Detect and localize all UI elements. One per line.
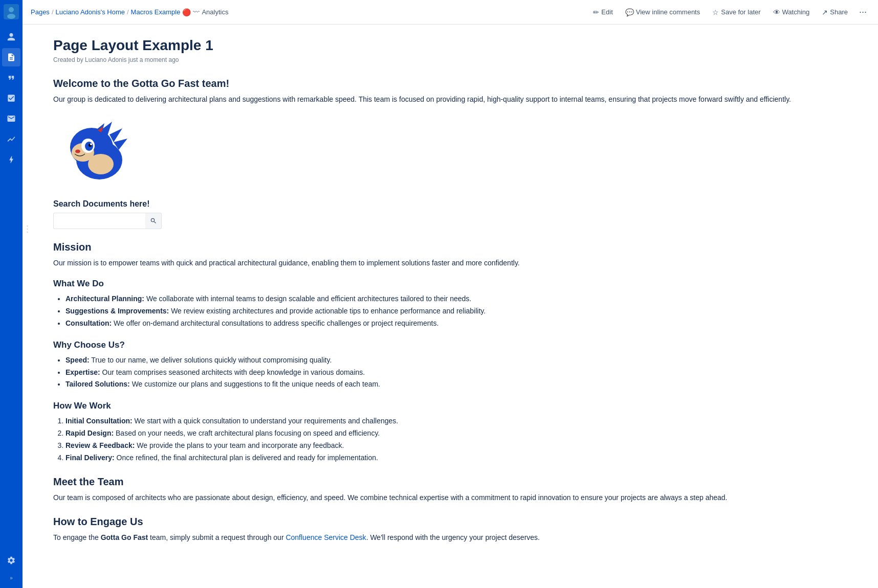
sidebar-bottom: » <box>2 551 20 584</box>
sidebar-icon-integrations[interactable] <box>2 150 20 169</box>
why-choose-heading: Why Choose Us? <box>53 340 858 350</box>
breadcrumb-macros[interactable]: Macros Example <box>131 8 181 16</box>
list-item: Consultation: We offer on-demand archite… <box>65 318 858 330</box>
list-item: Review & Feedback: We provide the plans … <box>65 440 858 452</box>
fire-icon: 🔴 <box>182 8 191 16</box>
side-grip[interactable] <box>27 225 31 233</box>
sidebar-icon-pages[interactable] <box>2 48 20 66</box>
engage-text: To engage the Gotta Go Fast team, simply… <box>53 532 858 543</box>
share-icon: ↗ <box>822 8 828 16</box>
engage-mid: team, simply submit a request through ou… <box>148 533 286 541</box>
page-title: Page Layout Example 1 <box>53 37 858 54</box>
edit-icon: ✏ <box>593 8 599 16</box>
engage-suffix: . We'll respond with the urgency your pr… <box>366 533 540 541</box>
svg-point-1 <box>9 7 14 12</box>
confluence-service-desk-link[interactable]: Confluence Service Desk <box>286 533 366 541</box>
breadcrumb-analytics[interactable]: 〰 Analytics <box>193 8 228 16</box>
sidebar-expand-btn[interactable]: » <box>2 572 20 584</box>
mission-text: Our mission is to empower teams with qui… <box>53 257 858 268</box>
mission-heading: Mission <box>53 241 858 253</box>
item-bold: Final Delivery: <box>65 454 115 462</box>
search-icon <box>150 217 157 224</box>
meet-team-heading: Meet the Team <box>53 476 858 488</box>
main-area: Pages / Luciano Adonis's Home / Macros E… <box>23 0 878 588</box>
what-we-do-heading: What We Do <box>53 279 858 289</box>
more-actions-button[interactable]: ··· <box>856 5 870 19</box>
sidebar-icon-quotes[interactable] <box>2 69 20 87</box>
list-item: Final Delivery: Once refined, the final … <box>65 452 858 464</box>
sidebar-icon-inbox[interactable] <box>2 109 20 128</box>
search-row <box>53 213 858 229</box>
item-bold: Consultation: <box>65 319 112 327</box>
eye-icon: 👁 <box>773 8 780 16</box>
list-item: Rapid Design: Based on your needs, we cr… <box>65 427 858 440</box>
sidebar: » <box>0 0 23 588</box>
what-we-do-list: Architectural Planning: We collaborate w… <box>53 293 858 329</box>
how-we-work-heading: How We Work <box>53 401 858 411</box>
watching-button[interactable]: 👁 Watching <box>769 6 814 18</box>
view-inline-comments-button[interactable]: 💬 View inline comments <box>621 6 704 18</box>
breadcrumb: Pages / Luciano Adonis's Home / Macros E… <box>31 8 589 16</box>
svg-point-13 <box>75 149 80 153</box>
engage-brand: Gotta Go Fast <box>101 533 148 541</box>
how-we-work-list: Initial Consultation: We start with a qu… <box>53 415 858 464</box>
list-item: Suggestions & Improvements: We review ex… <box>65 305 858 318</box>
list-item: Architectural Planning: We collaborate w… <box>65 293 858 305</box>
save-for-later-button[interactable]: ☆ Save for later <box>708 6 764 18</box>
meet-team-text: Our team is composed of architects who a… <box>53 492 858 503</box>
star-icon: ☆ <box>712 8 719 16</box>
list-item: Initial Consultation: We start with a qu… <box>65 415 858 427</box>
item-bold: Rapid Design: <box>65 429 114 437</box>
sidebar-icon-analytics[interactable] <box>2 130 20 148</box>
welcome-text: Our group is dedicated to delivering arc… <box>53 94 858 105</box>
share-button[interactable]: ↗ Share <box>818 6 852 18</box>
item-bold: Suggestions & Improvements: <box>65 307 169 315</box>
sidebar-icon-tasks[interactable] <box>2 89 20 107</box>
item-bold: Initial Consultation: <box>65 417 133 425</box>
svg-point-2 <box>7 14 15 19</box>
item-bold: Expertise: <box>65 368 100 376</box>
page-content: Page Layout Example 1 Created by Luciano… <box>23 25 878 588</box>
search-label: Search Documents here! <box>53 199 858 209</box>
svg-point-12 <box>90 143 92 145</box>
page-meta: Created by Luciano Adonis just a moment … <box>53 56 858 63</box>
sidebar-icon-person[interactable] <box>2 28 20 46</box>
welcome-heading: Welcome to the Gotta Go Fast team! <box>53 78 858 89</box>
top-nav: Pages / Luciano Adonis's Home / Macros E… <box>23 0 878 25</box>
sidebar-icon-settings[interactable] <box>2 551 20 570</box>
list-item: Speed: True to our name, we deliver solu… <box>65 354 858 367</box>
list-item: Tailored Solutions: We customize our pla… <box>65 378 858 391</box>
analytics-wave-icon: 〰 <box>193 8 200 16</box>
list-item: Expertise: Our team comprises seasoned a… <box>65 367 858 379</box>
comment-icon: 💬 <box>625 8 634 16</box>
grip-dot <box>27 225 28 227</box>
breadcrumb-home[interactable]: Luciano Adonis's Home <box>56 8 125 16</box>
why-choose-list: Speed: True to our name, we deliver solu… <box>53 354 858 391</box>
breadcrumb-sep-2: / <box>127 8 129 16</box>
breadcrumb-pages[interactable]: Pages <box>31 8 50 16</box>
search-input[interactable] <box>53 213 145 229</box>
item-bold: Architectural Planning: <box>65 295 144 303</box>
engage-heading: How to Engage Us <box>53 516 858 528</box>
avatar[interactable] <box>4 4 19 19</box>
item-bold: Review & Feedback: <box>65 441 135 449</box>
item-bold: Tailored Solutions: <box>65 380 130 388</box>
svg-point-16 <box>88 154 114 174</box>
engage-prefix: To engage the <box>53 533 101 541</box>
breadcrumb-sep-1: / <box>52 8 54 16</box>
edit-button[interactable]: ✏ Edit <box>589 6 617 18</box>
grip-dot <box>27 232 28 233</box>
search-button[interactable] <box>145 213 162 229</box>
topnav-actions: ✏ Edit 💬 View inline comments ☆ Save for… <box>589 5 870 19</box>
item-bold: Speed: <box>65 356 90 364</box>
grip-dot <box>27 229 28 230</box>
sonic-image <box>53 119 135 186</box>
